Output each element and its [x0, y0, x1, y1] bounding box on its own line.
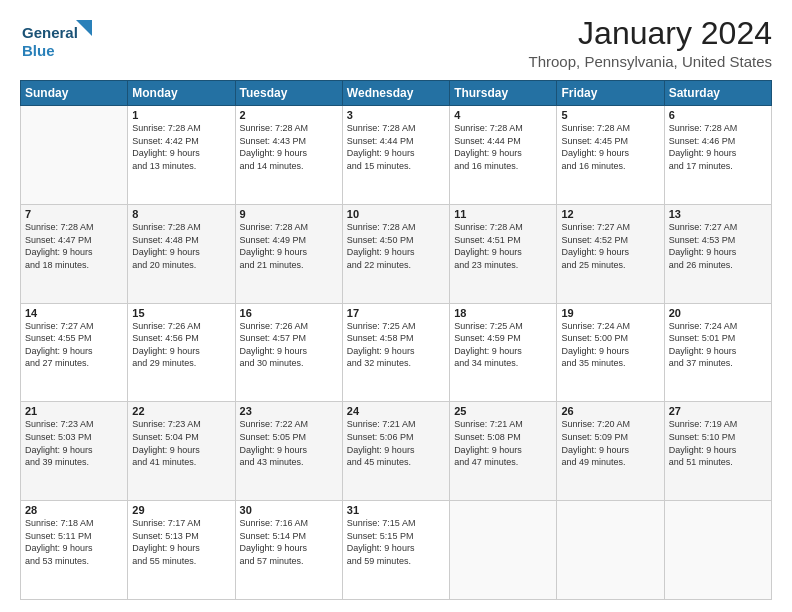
table-row: 15Sunrise: 7:26 AM Sunset: 4:56 PM Dayli…	[128, 303, 235, 402]
day-info: Sunrise: 7:28 AM Sunset: 4:44 PM Dayligh…	[454, 122, 552, 172]
table-row: 5Sunrise: 7:28 AM Sunset: 4:45 PM Daylig…	[557, 106, 664, 205]
table-row: 17Sunrise: 7:25 AM Sunset: 4:58 PM Dayli…	[342, 303, 449, 402]
day-info: Sunrise: 7:20 AM Sunset: 5:09 PM Dayligh…	[561, 418, 659, 468]
day-info: Sunrise: 7:28 AM Sunset: 4:46 PM Dayligh…	[669, 122, 767, 172]
day-info: Sunrise: 7:28 AM Sunset: 4:51 PM Dayligh…	[454, 221, 552, 271]
svg-marker-0	[76, 20, 92, 36]
day-number: 20	[669, 307, 767, 319]
day-number: 13	[669, 208, 767, 220]
table-row: 9Sunrise: 7:28 AM Sunset: 4:49 PM Daylig…	[235, 204, 342, 303]
day-info: Sunrise: 7:23 AM Sunset: 5:04 PM Dayligh…	[132, 418, 230, 468]
day-number: 2	[240, 109, 338, 121]
day-info: Sunrise: 7:18 AM Sunset: 5:11 PM Dayligh…	[25, 517, 123, 567]
calendar-week-row: 14Sunrise: 7:27 AM Sunset: 4:55 PM Dayli…	[21, 303, 772, 402]
table-row: 2Sunrise: 7:28 AM Sunset: 4:43 PM Daylig…	[235, 106, 342, 205]
day-number: 10	[347, 208, 445, 220]
table-row: 23Sunrise: 7:22 AM Sunset: 5:05 PM Dayli…	[235, 402, 342, 501]
col-tuesday: Tuesday	[235, 81, 342, 106]
calendar-week-row: 28Sunrise: 7:18 AM Sunset: 5:11 PM Dayli…	[21, 501, 772, 600]
day-number: 17	[347, 307, 445, 319]
day-info: Sunrise: 7:22 AM Sunset: 5:05 PM Dayligh…	[240, 418, 338, 468]
day-number: 30	[240, 504, 338, 516]
subtitle: Throop, Pennsylvania, United States	[529, 53, 772, 70]
col-thursday: Thursday	[450, 81, 557, 106]
day-info: Sunrise: 7:24 AM Sunset: 5:00 PM Dayligh…	[561, 320, 659, 370]
day-number: 11	[454, 208, 552, 220]
table-row: 27Sunrise: 7:19 AM Sunset: 5:10 PM Dayli…	[664, 402, 771, 501]
logo: General Blue	[20, 16, 110, 68]
day-info: Sunrise: 7:26 AM Sunset: 4:56 PM Dayligh…	[132, 320, 230, 370]
day-info: Sunrise: 7:16 AM Sunset: 5:14 PM Dayligh…	[240, 517, 338, 567]
day-number: 28	[25, 504, 123, 516]
day-info: Sunrise: 7:15 AM Sunset: 5:15 PM Dayligh…	[347, 517, 445, 567]
day-info: Sunrise: 7:26 AM Sunset: 4:57 PM Dayligh…	[240, 320, 338, 370]
day-number: 3	[347, 109, 445, 121]
day-info: Sunrise: 7:25 AM Sunset: 4:58 PM Dayligh…	[347, 320, 445, 370]
day-info: Sunrise: 7:27 AM Sunset: 4:53 PM Dayligh…	[669, 221, 767, 271]
day-number: 12	[561, 208, 659, 220]
day-info: Sunrise: 7:21 AM Sunset: 5:06 PM Dayligh…	[347, 418, 445, 468]
col-wednesday: Wednesday	[342, 81, 449, 106]
table-row: 12Sunrise: 7:27 AM Sunset: 4:52 PM Dayli…	[557, 204, 664, 303]
day-number: 23	[240, 405, 338, 417]
table-row: 25Sunrise: 7:21 AM Sunset: 5:08 PM Dayli…	[450, 402, 557, 501]
day-info: Sunrise: 7:21 AM Sunset: 5:08 PM Dayligh…	[454, 418, 552, 468]
day-number: 5	[561, 109, 659, 121]
calendar-week-row: 7Sunrise: 7:28 AM Sunset: 4:47 PM Daylig…	[21, 204, 772, 303]
table-row: 20Sunrise: 7:24 AM Sunset: 5:01 PM Dayli…	[664, 303, 771, 402]
day-number: 1	[132, 109, 230, 121]
day-info: Sunrise: 7:28 AM Sunset: 4:44 PM Dayligh…	[347, 122, 445, 172]
table-row: 19Sunrise: 7:24 AM Sunset: 5:00 PM Dayli…	[557, 303, 664, 402]
day-number: 8	[132, 208, 230, 220]
table-row: 3Sunrise: 7:28 AM Sunset: 4:44 PM Daylig…	[342, 106, 449, 205]
day-info: Sunrise: 7:28 AM Sunset: 4:50 PM Dayligh…	[347, 221, 445, 271]
day-info: Sunrise: 7:28 AM Sunset: 4:48 PM Dayligh…	[132, 221, 230, 271]
table-row: 26Sunrise: 7:20 AM Sunset: 5:09 PM Dayli…	[557, 402, 664, 501]
day-info: Sunrise: 7:25 AM Sunset: 4:59 PM Dayligh…	[454, 320, 552, 370]
day-number: 7	[25, 208, 123, 220]
table-row: 28Sunrise: 7:18 AM Sunset: 5:11 PM Dayli…	[21, 501, 128, 600]
svg-text:General: General	[22, 24, 78, 41]
svg-text:Blue: Blue	[22, 42, 55, 59]
col-sunday: Sunday	[21, 81, 128, 106]
table-row: 8Sunrise: 7:28 AM Sunset: 4:48 PM Daylig…	[128, 204, 235, 303]
table-row: 4Sunrise: 7:28 AM Sunset: 4:44 PM Daylig…	[450, 106, 557, 205]
table-row: 18Sunrise: 7:25 AM Sunset: 4:59 PM Dayli…	[450, 303, 557, 402]
table-row: 29Sunrise: 7:17 AM Sunset: 5:13 PM Dayli…	[128, 501, 235, 600]
table-row: 14Sunrise: 7:27 AM Sunset: 4:55 PM Dayli…	[21, 303, 128, 402]
day-number: 31	[347, 504, 445, 516]
day-info: Sunrise: 7:28 AM Sunset: 4:45 PM Dayligh…	[561, 122, 659, 172]
table-row: 10Sunrise: 7:28 AM Sunset: 4:50 PM Dayli…	[342, 204, 449, 303]
day-number: 27	[669, 405, 767, 417]
day-number: 19	[561, 307, 659, 319]
table-row: 1Sunrise: 7:28 AM Sunset: 4:42 PM Daylig…	[128, 106, 235, 205]
table-row: 11Sunrise: 7:28 AM Sunset: 4:51 PM Dayli…	[450, 204, 557, 303]
table-row: 30Sunrise: 7:16 AM Sunset: 5:14 PM Dayli…	[235, 501, 342, 600]
title-block: January 2024 Throop, Pennsylvania, Unite…	[529, 16, 772, 70]
day-number: 6	[669, 109, 767, 121]
day-number: 14	[25, 307, 123, 319]
day-number: 9	[240, 208, 338, 220]
page: General Blue January 2024 Throop, Pennsy…	[0, 0, 792, 612]
day-info: Sunrise: 7:24 AM Sunset: 5:01 PM Dayligh…	[669, 320, 767, 370]
day-number: 15	[132, 307, 230, 319]
main-title: January 2024	[529, 16, 772, 51]
col-monday: Monday	[128, 81, 235, 106]
calendar-header-row: Sunday Monday Tuesday Wednesday Thursday…	[21, 81, 772, 106]
day-info: Sunrise: 7:28 AM Sunset: 4:42 PM Dayligh…	[132, 122, 230, 172]
day-number: 25	[454, 405, 552, 417]
calendar-week-row: 1Sunrise: 7:28 AM Sunset: 4:42 PM Daylig…	[21, 106, 772, 205]
day-info: Sunrise: 7:17 AM Sunset: 5:13 PM Dayligh…	[132, 517, 230, 567]
day-info: Sunrise: 7:28 AM Sunset: 4:47 PM Dayligh…	[25, 221, 123, 271]
day-number: 22	[132, 405, 230, 417]
table-row: 31Sunrise: 7:15 AM Sunset: 5:15 PM Dayli…	[342, 501, 449, 600]
header: General Blue January 2024 Throop, Pennsy…	[20, 16, 772, 70]
day-number: 4	[454, 109, 552, 121]
table-row: 21Sunrise: 7:23 AM Sunset: 5:03 PM Dayli…	[21, 402, 128, 501]
table-row: 13Sunrise: 7:27 AM Sunset: 4:53 PM Dayli…	[664, 204, 771, 303]
table-row: 7Sunrise: 7:28 AM Sunset: 4:47 PM Daylig…	[21, 204, 128, 303]
day-info: Sunrise: 7:27 AM Sunset: 4:55 PM Dayligh…	[25, 320, 123, 370]
calendar-table: Sunday Monday Tuesday Wednesday Thursday…	[20, 80, 772, 600]
table-row: 16Sunrise: 7:26 AM Sunset: 4:57 PM Dayli…	[235, 303, 342, 402]
day-number: 18	[454, 307, 552, 319]
